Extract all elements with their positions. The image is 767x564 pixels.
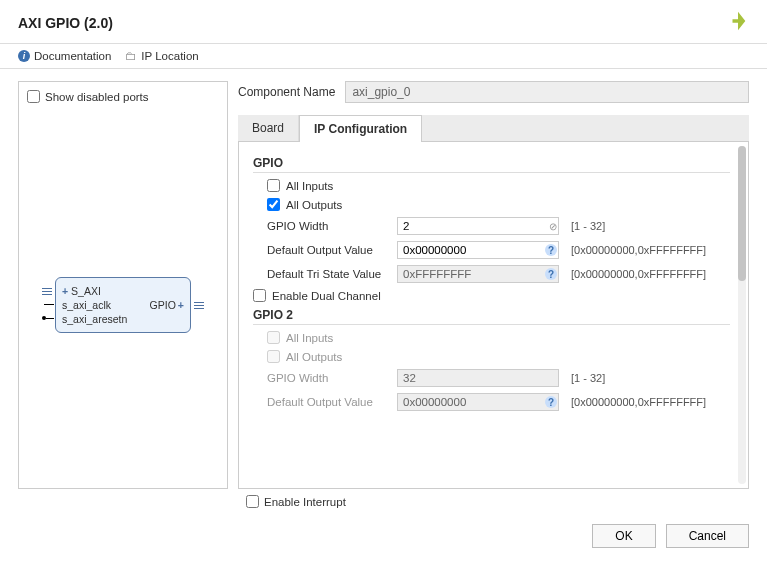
documentation-link[interactable]: i Documentation (18, 50, 111, 62)
enable-dual-channel-checkbox[interactable] (253, 289, 266, 302)
gpio-width-label: GPIO Width (267, 220, 391, 232)
clear-icon[interactable]: ⊘ (549, 221, 557, 232)
folder-icon: 🗀 (125, 49, 137, 63)
show-disabled-ports-row[interactable]: Show disabled ports (27, 90, 219, 103)
gpio-default-output-label: Default Output Value (267, 244, 391, 256)
help-icon[interactable]: ? (545, 268, 557, 280)
tab-ip-configuration[interactable]: IP Configuration (299, 115, 422, 142)
plus-icon: + (178, 298, 184, 312)
vertical-scrollbar[interactable] (738, 146, 746, 484)
gpio-all-outputs-label: All Outputs (286, 199, 342, 211)
ip-schematic: + S_AXI s_axi_aclk s_axi_aresetn GPIO + (43, 277, 213, 333)
help-icon: ? (545, 396, 557, 408)
cancel-button[interactable]: Cancel (666, 524, 749, 548)
gpio-all-inputs-checkbox[interactable] (267, 179, 280, 192)
gpio-all-outputs-checkbox[interactable] (267, 198, 280, 211)
gpio-default-output-input[interactable] (397, 241, 559, 259)
gpio2-default-output-range: [0x00000000,0xFFFFFFFF] (571, 396, 706, 408)
gpio-all-inputs-label: All Inputs (286, 180, 333, 192)
show-disabled-ports-label: Show disabled ports (45, 91, 149, 103)
gpio-tri-state-label: Default Tri State Value (267, 268, 391, 280)
gpio-width-input[interactable] (397, 217, 559, 235)
preview-panel: Show disabled ports + S_AXI s_axi_aclk s… (18, 81, 228, 489)
documentation-label: Documentation (34, 50, 111, 62)
gpio2-all-outputs-label: All Outputs (286, 351, 342, 363)
section-gpio-title: GPIO (253, 156, 730, 173)
port-gpio: GPIO + (150, 298, 184, 312)
bus-stub-icon (42, 286, 52, 299)
gpio-default-output-range: [0x00000000,0xFFFFFFFF] (571, 244, 706, 256)
info-icon: i (18, 50, 30, 62)
ip-block: + S_AXI s_axi_aclk s_axi_aresetn GPIO + (55, 277, 191, 333)
toolbar: i Documentation 🗀 IP Location (0, 43, 767, 69)
ip-location-link[interactable]: 🗀 IP Location (125, 49, 198, 63)
enable-interrupt-label: Enable Interrupt (264, 496, 346, 508)
xilinx-logo-icon (727, 10, 749, 35)
section-gpio2-title: GPIO 2 (253, 308, 730, 325)
port-s-axi-aclk: s_axi_aclk (62, 298, 111, 312)
tabs: Board IP Configuration (238, 115, 749, 142)
dialog-header: AXI GPIO (2.0) (0, 0, 767, 43)
enable-interrupt-row: Enable Interrupt (0, 489, 767, 514)
wire-stub (46, 318, 54, 319)
tab-board[interactable]: Board (238, 115, 299, 141)
config-panel: Component Name Board IP Configuration GP… (238, 81, 749, 489)
ok-button[interactable]: OK (592, 524, 655, 548)
component-name-input[interactable] (345, 81, 749, 103)
gpio2-default-output-input (397, 393, 559, 411)
gpio-tri-state-range: [0x00000000,0xFFFFFFFF] (571, 268, 706, 280)
gpio2-width-label: GPIO Width (267, 372, 391, 384)
config-scroll-area[interactable]: GPIO All Inputs All Outputs GPIO Width ⊘… (238, 142, 749, 489)
enable-interrupt[interactable]: Enable Interrupt (246, 495, 749, 508)
gpio-width-range: [1 - 32] (571, 220, 605, 232)
main-area: Show disabled ports + S_AXI s_axi_aclk s… (0, 69, 767, 489)
enable-dual-channel-label: Enable Dual Channel (272, 290, 381, 302)
dialog-button-bar: OK Cancel (0, 514, 767, 558)
component-name-label: Component Name (238, 85, 335, 99)
ip-location-label: IP Location (141, 50, 198, 62)
svg-marker-0 (733, 12, 746, 30)
scroll-thumb[interactable] (738, 146, 746, 281)
dialog-title: AXI GPIO (2.0) (18, 15, 113, 31)
gpio2-default-output-label: Default Output Value (267, 396, 391, 408)
gpio2-all-inputs-checkbox (267, 331, 280, 344)
gpio2-all-inputs-label: All Inputs (286, 332, 333, 344)
port-s-axi-aresetn: s_axi_aresetn (62, 312, 127, 326)
bus-stub-icon (194, 300, 204, 313)
wire-stub (44, 304, 54, 305)
plus-icon: + (62, 285, 68, 297)
enable-interrupt-checkbox[interactable] (246, 495, 259, 508)
help-icon[interactable]: ? (545, 244, 557, 256)
show-disabled-ports-checkbox[interactable] (27, 90, 40, 103)
port-s-axi: + S_AXI (62, 284, 101, 298)
gpio2-all-outputs-checkbox (267, 350, 280, 363)
gpio2-width-input (397, 369, 559, 387)
component-name-row: Component Name (238, 81, 749, 103)
gpio-tri-state-input (397, 265, 559, 283)
gpio2-width-range: [1 - 32] (571, 372, 605, 384)
